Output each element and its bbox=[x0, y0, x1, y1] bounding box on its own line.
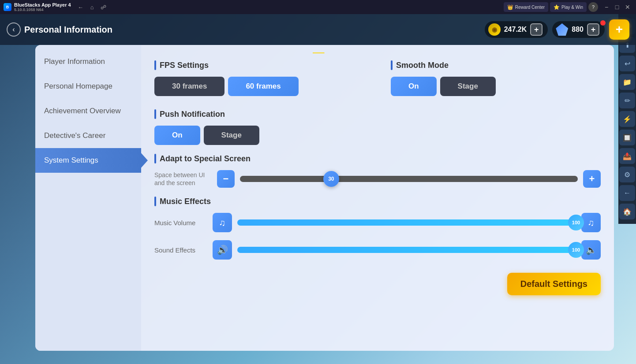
adapt-slider-value: 30 bbox=[328, 176, 334, 182]
push-on-button[interactable]: On bbox=[154, 126, 200, 145]
fps-30-label: 30 frames bbox=[172, 82, 207, 90]
sidebar-item-system-settings-label: System Settings bbox=[44, 156, 98, 164]
sidebar-layers-icon[interactable]: 🔲 bbox=[619, 130, 635, 145]
adapt-slider-label: Space between UI and the screen bbox=[154, 171, 212, 187]
smooth-section-title: Smooth Mode bbox=[396, 61, 449, 70]
speaker-icon: 🔊 bbox=[217, 245, 228, 255]
sound-effects-icon-btn[interactable]: 🔊 bbox=[213, 240, 232, 260]
adapt-section-title: Adapt to Special Screen bbox=[160, 154, 251, 163]
push-stage-label: Stage bbox=[221, 131, 242, 139]
play-win-button[interactable]: ⭐ Play & Win bbox=[550, 2, 587, 12]
app-info: BlueStacks App Player 4 5.10.0.1058 N64 bbox=[14, 2, 71, 12]
coin-value: 247.2K bbox=[504, 26, 527, 33]
bluestacks-icon: B bbox=[4, 3, 11, 11]
app-name: BlueStacks App Player 4 bbox=[14, 2, 71, 7]
maximize-button[interactable]: □ bbox=[612, 2, 622, 12]
music-section-title: Music Effects bbox=[160, 197, 211, 206]
sidebar-item-personal-homepage[interactable]: Personal Homepage bbox=[35, 74, 141, 99]
fps-60-button[interactable]: 60 frames bbox=[228, 77, 298, 96]
sidebar-item-detectives-career[interactable]: Detective's Career bbox=[35, 123, 141, 148]
adapt-slider-thumb[interactable]: 30 bbox=[323, 171, 339, 187]
fps-section-bar bbox=[154, 60, 156, 70]
notification-dot bbox=[600, 20, 606, 26]
sidebar-share-icon[interactable]: 📤 bbox=[619, 148, 635, 164]
sidebar-back-icon[interactable]: ← bbox=[619, 185, 635, 201]
reward-center-button[interactable]: 👑 Reward Center bbox=[504, 2, 548, 12]
help-button[interactable]: ? bbox=[588, 2, 598, 12]
play-win-label: Play & Win bbox=[561, 5, 583, 10]
coin-icon: ◉ bbox=[488, 23, 501, 36]
add-coin-button[interactable]: + bbox=[530, 23, 542, 36]
nav-home-button[interactable]: ⌂ bbox=[87, 2, 97, 12]
add-gold-button[interactable]: + bbox=[609, 19, 629, 40]
smooth-section-header: Smooth Mode bbox=[391, 60, 601, 70]
push-section-header: Push Notification bbox=[154, 109, 601, 119]
sidebar-item-personal-homepage-label: Personal Homepage bbox=[44, 82, 112, 90]
music-volume-icon-btn[interactable]: ♫ bbox=[213, 213, 232, 232]
music-volume-track[interactable]: 100 bbox=[237, 219, 576, 226]
adapt-slider-plus[interactable]: + bbox=[583, 170, 601, 188]
topbar: B BlueStacks App Player 4 5.10.0.1058 N6… bbox=[0, 0, 636, 14]
reward-center-label: Reward Center bbox=[515, 5, 545, 10]
gamebar-currency: ◉ 247.2K + 880 + + bbox=[485, 19, 629, 40]
push-section-title: Push Notification bbox=[160, 110, 225, 119]
sidebar-rotate-icon[interactable]: ↩ bbox=[619, 56, 635, 71]
topbar-nav: ← ⌂ ☍ bbox=[75, 2, 109, 12]
topbar-right: 👑 Reward Center ⭐ Play & Win ? − □ ✕ bbox=[504, 2, 632, 12]
coin-currency: ◉ 247.2K + bbox=[485, 21, 548, 38]
sidebar-lightning-icon[interactable]: ⚡ bbox=[619, 111, 635, 127]
adapt-slider-minus[interactable]: − bbox=[217, 170, 235, 188]
music-volume-thumb[interactable]: 100 bbox=[568, 215, 584, 230]
main-content: FPS Settings 30 frames 60 frames Smooth … bbox=[141, 45, 614, 351]
sound-effects-toggle-btn[interactable]: 🔈 bbox=[581, 240, 601, 260]
fps-30-button[interactable]: 30 frames bbox=[154, 77, 224, 96]
smooth-mode-section: Smooth Mode On Stage bbox=[391, 56, 601, 105]
diamond-currency: 880 + bbox=[552, 21, 605, 38]
sidebar-item-achievement-overview[interactable]: Achievement Overview bbox=[35, 99, 141, 123]
back-arrow-icon: ‹ bbox=[7, 22, 21, 37]
gamebar-title: Personal Information bbox=[24, 25, 112, 35]
nav-pages-button[interactable]: ☍ bbox=[98, 2, 109, 12]
music-section-bar bbox=[154, 197, 156, 206]
fps-btn-group: 30 frames 60 frames bbox=[154, 77, 364, 96]
right-sidebar: 🔊 ⬆ ↩ 📁 ✏ ⚡ 🔲 📤 ⚙ ← 🏠 bbox=[618, 14, 636, 224]
sidebar-settings-icon[interactable]: ⚙ bbox=[619, 167, 635, 182]
diamond-value: 880 bbox=[572, 26, 584, 33]
music-volume-value: 100 bbox=[572, 220, 580, 225]
main-panel: Player Information Personal Homepage Ach… bbox=[35, 45, 614, 351]
sound-effects-value: 100 bbox=[572, 247, 580, 253]
smooth-stage-label: Stage bbox=[458, 82, 478, 90]
nav-back-button[interactable]: ← bbox=[75, 2, 86, 12]
sound-effects-thumb[interactable]: 100 bbox=[568, 242, 584, 258]
smooth-section-bar bbox=[391, 60, 393, 70]
adapt-slider-row: Space between UI and the screen − 30 + bbox=[154, 170, 601, 188]
music-volume-toggle-btn[interactable]: ♫ bbox=[581, 213, 601, 232]
star-icon: ⭐ bbox=[554, 4, 560, 10]
close-button[interactable]: ✕ bbox=[623, 2, 632, 12]
sidebar-item-player-information[interactable]: Player Information bbox=[35, 49, 141, 74]
smooth-stage-button[interactable]: Stage bbox=[440, 77, 496, 96]
minimize-button[interactable]: − bbox=[602, 2, 611, 12]
smooth-btn-group: On Stage bbox=[391, 77, 601, 96]
app-version: 5.10.0.1058 N64 bbox=[14, 7, 71, 12]
push-section-bar bbox=[154, 109, 156, 119]
left-sidebar: Player Information Personal Homepage Ach… bbox=[35, 45, 141, 351]
sound-effects-track[interactable]: 100 bbox=[237, 247, 576, 253]
sidebar-folder-icon[interactable]: 📁 bbox=[619, 74, 635, 90]
fps-settings-section: FPS Settings 30 frames 60 frames bbox=[154, 56, 364, 105]
push-stage-button[interactable]: Stage bbox=[204, 126, 259, 145]
back-button[interactable]: ‹ Personal Information bbox=[7, 22, 112, 37]
adapt-slider-track[interactable]: 30 bbox=[240, 176, 578, 182]
app-logo: B BlueStacks App Player 4 5.10.0.1058 N6… bbox=[4, 2, 71, 12]
smooth-on-button[interactable]: On bbox=[391, 77, 437, 96]
sidebar-item-detectives-career-label: Detective's Career bbox=[44, 131, 105, 140]
sidebar-item-system-settings[interactable]: System Settings bbox=[35, 148, 141, 173]
sidebar-edit-icon[interactable]: ✏ bbox=[619, 93, 635, 108]
sidebar-home-icon[interactable]: 🏠 bbox=[619, 204, 635, 219]
crown-icon: 👑 bbox=[507, 4, 513, 10]
default-settings-button[interactable]: Default Settings bbox=[507, 273, 601, 295]
adapt-section-header: Adapt to Special Screen bbox=[154, 154, 601, 163]
push-on-label: On bbox=[172, 131, 183, 139]
add-diamond-button[interactable]: + bbox=[587, 23, 599, 36]
music-volume-row: Music Volume ♫ 100 ♫ bbox=[154, 213, 601, 232]
